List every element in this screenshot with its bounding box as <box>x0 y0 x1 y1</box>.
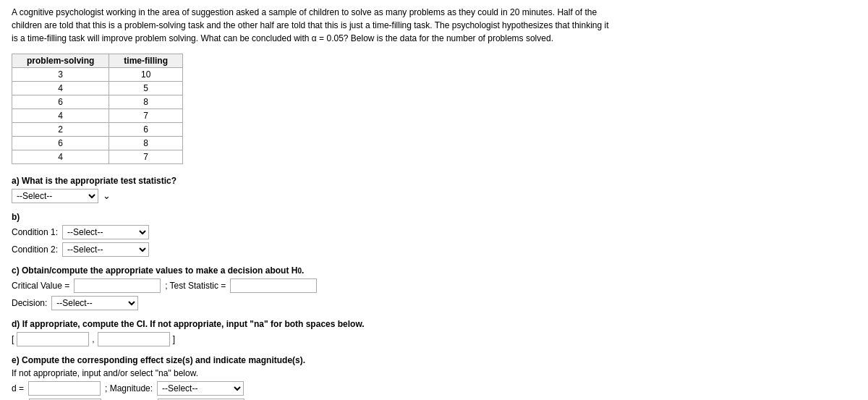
table-cell: 10 <box>109 68 183 82</box>
table-cell: 8 <box>109 137 183 150</box>
table-row: 310 <box>12 68 183 82</box>
section-d: d) If appropriate, compute the CI. If no… <box>12 319 610 346</box>
table-cell: 7 <box>109 150 183 164</box>
section-e-sublabel: If not appropriate, input and/or select … <box>12 368 610 378</box>
test-statistic-input[interactable] <box>230 278 317 293</box>
table-cell: 4 <box>12 82 109 95</box>
critical-value-input[interactable] <box>74 278 161 293</box>
decision-label: Decision: <box>12 298 47 308</box>
section-e: e) Compute the corresponding effect size… <box>12 355 610 400</box>
d-magnitude-select[interactable]: --Select-- <box>157 381 244 396</box>
table-row: 68 <box>12 137 183 150</box>
condition1-select[interactable]: --Select-- <box>62 225 149 239</box>
data-table: problem-solving time-filling 31045684726… <box>12 54 183 164</box>
critical-value-label: Critical Value = <box>12 281 69 291</box>
condition2-label: Condition 2: <box>12 244 58 255</box>
section-a: a) What is the appropriate test statisti… <box>12 176 610 203</box>
section-e-label: e) Compute the corresponding effect size… <box>12 355 610 365</box>
section-b: b) Condition 1: --Select-- Condition 2: … <box>12 212 610 257</box>
test-statistic-select[interactable]: --Select-- <box>12 189 98 203</box>
table-row: 68 <box>12 95 183 109</box>
table-cell: 6 <box>109 123 183 137</box>
section-d-label: d) If appropriate, compute the CI. If no… <box>12 319 610 329</box>
table-row: 47 <box>12 150 183 164</box>
condition1-label: Condition 1: <box>12 227 58 237</box>
table-cell: 4 <box>12 109 109 123</box>
ci-upper-input[interactable] <box>98 332 170 346</box>
ci-comma: , <box>92 334 94 344</box>
d-input[interactable] <box>28 381 101 396</box>
problem-text: A cognitive psychologist working in the … <box>12 6 610 45</box>
condition2-select[interactable]: --Select-- <box>62 242 149 257</box>
table-cell: 6 <box>12 95 109 109</box>
section-b-label: b) <box>12 212 610 222</box>
table-row: 47 <box>12 109 183 123</box>
col-header-time-filling: time-filling <box>109 54 183 68</box>
table-cell: 2 <box>12 123 109 137</box>
table-cell: 8 <box>109 95 183 109</box>
ci-bracket-open: [ <box>12 334 14 344</box>
test-stat-label: ; Test Statistic = <box>165 281 226 291</box>
section-c: c) Obtain/compute the appropriate values… <box>12 265 610 310</box>
table-cell: 6 <box>12 137 109 150</box>
table-cell: 3 <box>12 68 109 82</box>
table-row: 26 <box>12 123 183 137</box>
decision-select[interactable]: --Select-- <box>51 296 138 310</box>
table-cell: 4 <box>12 150 109 164</box>
col-header-problem-solving: problem-solving <box>12 54 109 68</box>
table-cell: 5 <box>109 82 183 95</box>
d-label: d = <box>12 383 24 393</box>
ci-lower-input[interactable] <box>17 332 89 346</box>
section-a-label: a) What is the appropriate test statisti… <box>12 176 610 186</box>
section-c-label: c) Obtain/compute the appropriate values… <box>12 265 610 276</box>
table-row: 45 <box>12 82 183 95</box>
d-magnitude-label: ; Magnitude: <box>105 383 153 393</box>
table-cell: 7 <box>109 109 183 123</box>
ci-bracket-close: ] <box>173 334 175 344</box>
